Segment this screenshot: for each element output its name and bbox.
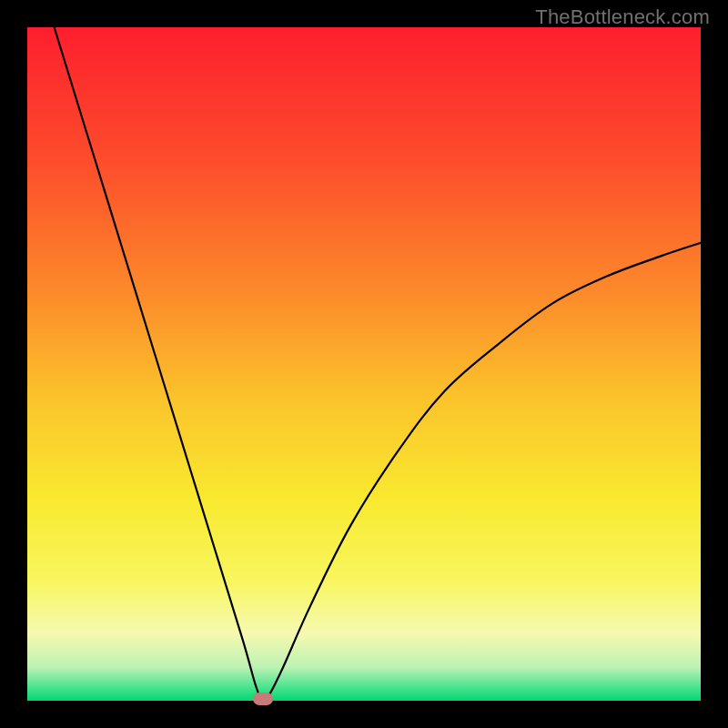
chart-curve <box>27 27 701 701</box>
watermark-text: TheBottleneck.com <box>535 5 710 29</box>
chart-frame <box>27 27 701 701</box>
dip-marker <box>253 693 273 705</box>
